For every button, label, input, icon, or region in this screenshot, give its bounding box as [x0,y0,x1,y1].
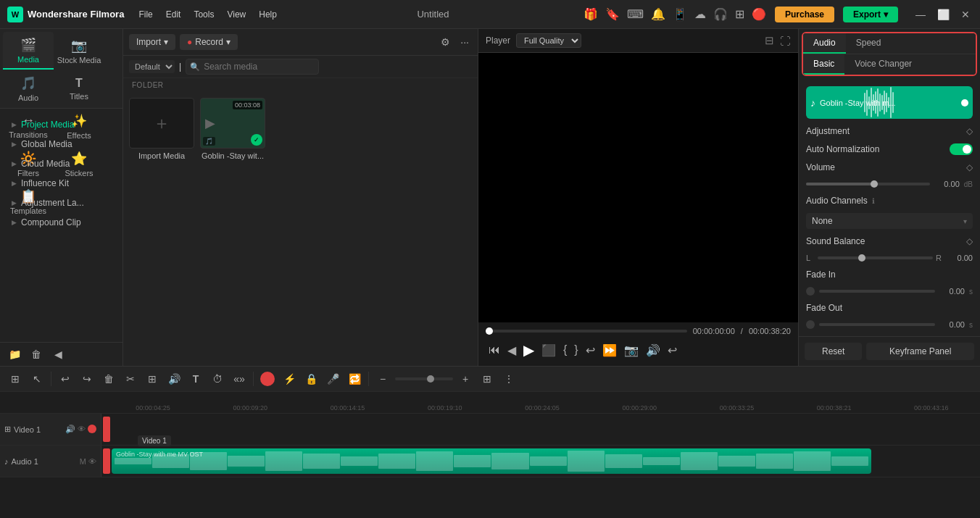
snap-button[interactable]: ⚡ [280,369,299,388]
quality-select[interactable]: Full Quality [516,33,581,48]
record-btn[interactable] [258,369,277,388]
record-button[interactable]: ● Record ▾ [180,34,238,50]
adjustment-keyframe-icon[interactable]: ◇ [966,126,973,136]
sidebar-item-compound-clip[interactable]: ▶ Compound Clip [3,213,120,232]
more-button[interactable]: ··· [457,33,472,51]
sub-tab-basic[interactable]: Basic [803,54,844,75]
text-button[interactable]: T [186,369,205,388]
account-icon[interactable]: 🔴 [752,7,766,21]
insert-button[interactable]: ↩ [586,343,595,357]
zoom-slider[interactable] [395,377,453,380]
audio-adjust-button[interactable]: 🔊 [165,369,183,388]
sidebar-item-project-media[interactable]: ▶ Project Media [3,115,120,134]
menu-file[interactable]: File [133,7,158,22]
filter-button[interactable]: ⚙ [438,33,453,51]
audio-channels-dropdown[interactable]: None ▾ [806,213,973,229]
video-clip-block[interactable] [103,417,110,442]
more-options-button[interactable]: ⋮ [499,369,518,388]
cut-button[interactable]: ✂ [121,369,140,388]
fullscreen-icon[interactable]: ⛶ [780,35,791,47]
crop-button[interactable]: ⊞ [143,369,162,388]
menu-help[interactable]: Help [253,7,283,22]
zoom-minus-button[interactable]: − [373,369,392,388]
balance-thumb[interactable] [858,254,865,262]
mark-out-button[interactable]: } [574,343,578,356]
stop-button[interactable]: ⬛ [541,343,556,357]
tab-media[interactable]: 🎬 Media [3,32,54,70]
menu-view[interactable]: View [221,7,252,22]
audio-track-mute-icon[interactable]: M [80,457,86,466]
mic-button[interactable]: 🎤 [323,369,342,388]
maximize-button[interactable]: ⬜ [934,7,952,22]
sort-select[interactable]: Default [129,60,175,73]
tab-titles[interactable]: T Titles [54,70,104,107]
apps-icon[interactable]: ⊞ [735,7,744,21]
sub-tab-voice-changer[interactable]: Voice Changer [844,54,922,75]
add-track-button[interactable]: ⊞ [6,369,25,388]
play-button[interactable]: ▶ [523,341,534,359]
loop-button[interactable]: 🔁 [345,369,364,388]
delete-button[interactable]: 🗑 [99,369,118,388]
fade-in-slider[interactable] [819,290,935,293]
split-view-icon[interactable]: ⊟ [765,34,774,47]
download-icon[interactable]: ☁ [694,7,706,21]
headset-icon[interactable]: 🎧 [713,7,728,21]
more-button[interactable]: ↩ [668,343,677,357]
redo-button[interactable]: ↪ [78,369,96,388]
tab-speed[interactable]: Speed [846,33,892,54]
tab-stock-media[interactable]: 📷 Stock Media [54,32,104,70]
gift-icon[interactable]: 🎁 [584,7,598,21]
frame-back-button[interactable]: ◀ [507,343,516,357]
video-track-visible-icon[interactable]: 👁 [78,425,86,434]
audio-track-visible-icon[interactable]: 👁 [88,457,96,466]
append-button[interactable]: ⏩ [602,343,617,357]
purchase-button[interactable]: Purchase [775,7,834,22]
bookmark-icon[interactable]: 🔖 [605,7,620,21]
minimize-button[interactable]: — [913,7,929,22]
select-tool-button[interactable]: ↖ [28,369,46,388]
audio-playhead-block[interactable] [103,448,110,474]
progress-track[interactable] [486,330,687,333]
fade-out-slider[interactable] [819,323,935,326]
search-input[interactable] [186,59,319,75]
notification-icon[interactable]: 🔔 [651,7,665,21]
sidebar-item-adjustment-la[interactable]: ▶ Adjustment La... [3,193,120,212]
auto-normalization-toggle[interactable] [950,143,973,155]
mark-in-button[interactable]: { [563,343,567,356]
phone-icon[interactable]: 📱 [673,7,687,21]
reset-button[interactable]: Reset [805,343,862,360]
undo-button[interactable]: ↩ [56,369,75,388]
expand-button[interactable]: «» [230,369,249,388]
delete-folder-button[interactable]: 🗑 [28,346,45,363]
timer-button[interactable]: ⏱ [208,369,227,388]
zoom-thumb[interactable] [427,375,434,383]
sidebar-item-cloud-media[interactable]: ▶ Cloud Media [3,154,120,173]
snapshot-button[interactable]: 📷 [624,343,639,357]
volume-keyframe-icon[interactable]: ◇ [966,162,973,172]
volume-thumb[interactable] [871,180,878,188]
key-icon[interactable]: ⌨ [627,7,644,21]
step-back-button[interactable]: ⏮ [489,343,500,356]
sound-balance-keyframe-icon[interactable]: ◇ [966,236,973,246]
collapse-button[interactable]: ◀ [49,346,67,363]
menu-tools[interactable]: Tools [188,7,220,22]
balance-slider[interactable] [818,256,933,259]
export-button[interactable]: Export ▾ [843,7,898,22]
lock-button[interactable]: 🔒 [302,369,320,388]
tab-audio[interactable]: 🎵 Audio [3,70,54,107]
menu-edit[interactable]: Edit [160,7,187,22]
video-track-audio-icon[interactable]: 🔊 [65,425,75,434]
audio-clip-block[interactable]: Goblin -Stay with me MV OST [112,448,871,474]
sidebar-item-global-media[interactable]: ▶ Global Media [3,135,120,154]
grid-view-button[interactable]: ⊞ [478,369,497,388]
sidebar-item-influence-kit[interactable]: ▶ Influence Kit [3,174,120,193]
video-track-lock-icon[interactable] [88,425,96,433]
progress-thumb[interactable] [486,327,493,335]
volume-button[interactable]: 🔊 [646,343,660,357]
zoom-plus-button[interactable]: + [456,369,475,388]
keyframe-panel-button[interactable]: Keyframe Panel [866,343,974,360]
volume-slider[interactable] [806,183,930,185]
new-folder-button[interactable]: 📁 [6,346,23,363]
close-button[interactable]: ✕ [958,7,973,22]
media-clip-goblin[interactable]: 00:03:08 ▶ 🎵 ✓ Goblin -Stay wit... [200,98,265,360]
